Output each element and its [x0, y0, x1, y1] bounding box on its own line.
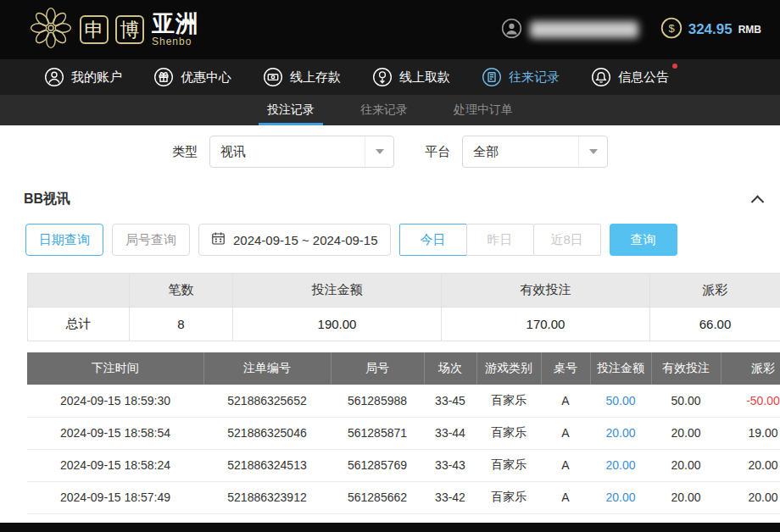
column-header-bet_amount: 投注金额	[590, 352, 651, 385]
deposit-icon	[263, 67, 283, 87]
nav-item-withdraw[interactable]: 线上取款	[372, 67, 450, 87]
cell-valid_bet: 20.00	[651, 417, 721, 449]
cell-session: 33-44	[424, 417, 476, 449]
today-button[interactable]: 今日	[399, 224, 467, 256]
cell-payout: 19.00	[721, 417, 780, 449]
date-range-input[interactable]: 2024-09-15 ~ 2024-09-15	[198, 224, 391, 256]
tab-transaction-records[interactable]: 往来记录	[357, 95, 411, 125]
filter-bar: 类型 视讯 平台 全部	[0, 125, 780, 178]
cell-time: 2024-09-15 18:57:49	[27, 481, 203, 513]
last-8-days-button[interactable]: 近8日	[533, 224, 601, 256]
svg-text:$: $	[668, 22, 675, 35]
bet-table: 下注时间注单编号局号场次游戏类别桌号投注金额有效投注派彩 2024-09-15 …	[27, 352, 780, 532]
type-select-value: 视讯	[220, 144, 246, 160]
cell-session: 33-45	[424, 385, 476, 417]
bet-table-row: 2024-09-15 18:58:24521886324513561285769…	[27, 449, 780, 481]
tab-betting-records[interactable]: 投注记录	[264, 95, 318, 125]
bet-table-head-row: 下注时间注单编号局号场次游戏类别桌号投注金额有效投注派彩	[27, 352, 780, 385]
collapse-section-button[interactable]	[748, 190, 766, 208]
nav-label: 线上取款	[399, 69, 450, 86]
cell-bet_id: 521886325652	[203, 385, 331, 417]
platform-select[interactable]: 全部	[462, 136, 608, 168]
gift-icon	[153, 67, 174, 87]
records-icon	[482, 67, 502, 87]
bet-table-body: 2024-09-15 18:59:30521886325652561285988…	[27, 385, 780, 532]
cell-time: 2024-09-15 18:58:54	[27, 417, 203, 449]
cell-bet_id: 521886325046	[203, 417, 331, 449]
cell-bet_amount[interactable]: 20.00	[590, 481, 651, 513]
section-header: BB视讯	[24, 190, 766, 208]
cell-game_type: 百家乐	[476, 481, 541, 513]
summary-payout-value: 66.00	[650, 308, 780, 341]
cell-payout: 20.00	[721, 481, 780, 513]
summary-count-value: 8	[130, 308, 233, 341]
logo-brand-text: Shenbo	[152, 36, 199, 47]
date-range-value: 2024-09-15 ~ 2024-09-15	[233, 233, 378, 247]
cell-valid_bet: 20.00	[651, 449, 721, 481]
summary-header-row: 笔数 投注金额 有效投注 派彩	[28, 274, 780, 308]
nav-item-records[interactable]: 往来记录	[482, 67, 560, 87]
summary-header-payout: 派彩	[650, 274, 780, 308]
user-account-area[interactable]	[501, 18, 638, 42]
tab-processing-orders[interactable]: 处理中订单	[450, 95, 516, 125]
summary-bet-amount-value: 190.00	[233, 308, 442, 341]
column-header-table_no: 桌号	[541, 352, 590, 385]
flower-logo-icon	[29, 6, 73, 53]
dollar-coin-icon: $	[660, 17, 682, 42]
brand-logo[interactable]: 申 博 亚洲 Shenbo	[29, 6, 199, 53]
chevron-down-icon	[578, 136, 607, 167]
summary-total-row: 总计 8 190.00 170.00 66.00	[28, 308, 780, 341]
summary-header-valid-bet: 有效投注	[442, 274, 650, 308]
yesterday-button[interactable]: 昨日	[466, 224, 534, 256]
cell-table_no: A	[541, 417, 590, 449]
summary-total-label: 总计	[28, 308, 130, 341]
nav-item-promotions[interactable]: 优惠中心	[153, 67, 231, 87]
type-filter-label: 类型	[172, 144, 198, 160]
nav-item-my-account[interactable]: 我的账户	[44, 67, 122, 87]
cell-time: 2024-09-15 18:59:30	[27, 385, 203, 417]
column-header-bet_id: 注单编号	[203, 352, 331, 385]
platform-filter-label: 平台	[425, 144, 450, 160]
balance-display[interactable]: $ 324.95 RMB	[660, 17, 761, 42]
cell-round_no: 561285769	[331, 449, 424, 481]
nav-label: 优惠中心	[181, 69, 231, 86]
date-query-button[interactable]: 日期查询	[25, 224, 103, 256]
search-button[interactable]: 查询	[610, 224, 677, 256]
date-shortcut-group: 今日 昨日 近8日	[399, 224, 601, 256]
column-header-round_no: 局号	[331, 352, 424, 385]
cell-bet_amount[interactable]: 50.00	[590, 385, 651, 417]
nav-label: 我的账户	[71, 69, 122, 86]
cell-bet_id: 521886324513	[203, 449, 331, 481]
section-title: BB视讯	[24, 191, 70, 208]
bet-table-row: 2024-09-15 18:58:54521886325046561285871…	[27, 417, 780, 449]
chevron-up-icon	[750, 195, 764, 208]
round-query-button[interactable]: 局号查询	[112, 224, 190, 256]
summary-header-bet-amount: 投注金额	[233, 274, 442, 308]
top-header: 申 博 亚洲 Shenbo $ 324.95	[0, 0, 780, 59]
cell-session: 33-43	[424, 449, 476, 481]
column-header-valid_bet: 有效投注	[651, 352, 721, 385]
cell-game_type: 百家乐	[476, 385, 541, 417]
cell-session: 33-42	[424, 481, 476, 513]
nav-item-announcements[interactable]: 信息公告	[591, 67, 669, 87]
logo-region-text: 亚洲	[152, 12, 199, 36]
cell-bet_amount[interactable]: 20.00	[590, 449, 651, 481]
cell-bet_amount[interactable]: 20.00	[590, 417, 651, 449]
nav-label: 往来记录	[509, 69, 560, 86]
username-redacted	[530, 21, 638, 38]
type-select[interactable]: 视讯	[209, 136, 394, 168]
query-controls: 日期查询 局号查询 2024-09-15 ~ 2024-09-15 今日 昨日 …	[25, 224, 780, 256]
cell-bet_id: 521886323912	[203, 481, 331, 513]
cell-round_no: 561285871	[331, 417, 424, 449]
nav-item-deposit[interactable]: 线上存款	[263, 67, 341, 87]
notification-dot	[672, 64, 677, 69]
balance-amount: 324.95	[688, 21, 733, 38]
user-avatar-icon	[501, 18, 522, 42]
column-header-payout: 派彩	[721, 352, 780, 385]
withdraw-icon	[372, 67, 393, 87]
nav-label: 信息公告	[618, 69, 669, 86]
column-header-time: 下注时间	[27, 352, 203, 385]
summary-header-count: 笔数	[130, 274, 233, 308]
nav-label: 线上存款	[290, 69, 341, 86]
cell-payout: 20.00	[721, 449, 780, 481]
